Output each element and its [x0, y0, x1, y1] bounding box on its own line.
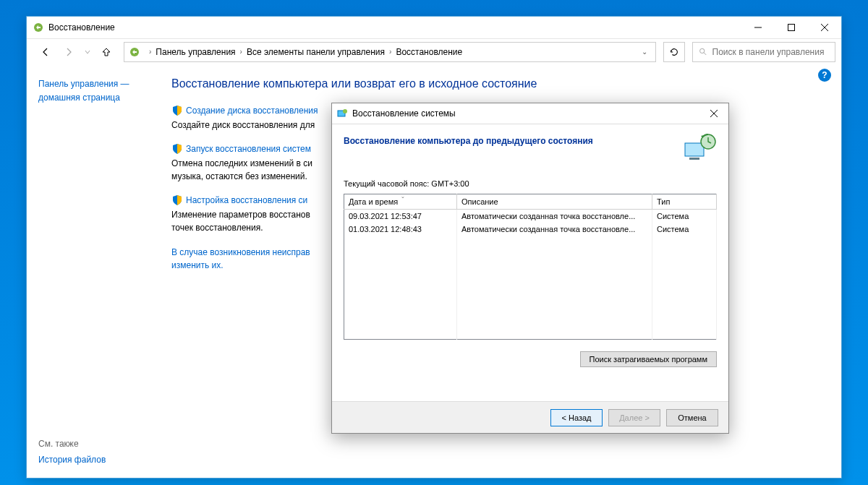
create-recovery-drive-link[interactable]: Создание диска восстановления — [186, 106, 318, 116]
next-button[interactable]: Далее > — [608, 409, 660, 426]
column-datetime[interactable]: Дата и время⌄ — [344, 194, 457, 210]
chevron-down-icon[interactable]: ⌄ — [638, 48, 651, 56]
dialog-title: Восстановление системы — [352, 108, 704, 119]
scan-affected-button[interactable]: Поиск затрагиваемых программ — [580, 351, 717, 367]
svg-rect-13 — [689, 158, 699, 160]
back-button[interactable]: < Назад — [550, 409, 603, 426]
restore-art-icon — [682, 133, 717, 162]
system-restore-link[interactable]: Запуск восстановления систем — [186, 144, 311, 154]
navbar: › Панель управления › Все элементы панел… — [27, 38, 841, 64]
recovery-icon — [129, 46, 140, 58]
dialog-titlebar: Восстановление системы — [332, 103, 728, 124]
window-title: Восстановление — [48, 22, 741, 33]
chevron-right-icon: › — [240, 48, 242, 56]
table-row[interactable]: 09.03.2021 12:53:47 Автоматически создан… — [344, 210, 717, 223]
timezone-label: Текущий часовой пояс: GMT+3:00 — [344, 179, 717, 188]
dialog-footer: < Назад Далее > Отмена — [332, 401, 728, 433]
recent-dropdown[interactable] — [82, 42, 93, 62]
svg-rect-2 — [788, 25, 795, 31]
maximize-button[interactable] — [775, 17, 808, 38]
dialog-subtitle: Восстановление компьютера до предыдущего… — [344, 133, 682, 146]
file-history-link[interactable]: История файлов — [38, 455, 106, 465]
search-input[interactable] — [712, 47, 829, 57]
search-box[interactable] — [692, 42, 835, 62]
breadcrumb: › Панель управления › Все элементы панел… — [145, 47, 638, 57]
shield-icon — [171, 105, 183, 116]
see-also-label: См. также — [38, 439, 106, 449]
configure-restore-link[interactable]: Настройка восстановления си — [186, 195, 307, 205]
dialog-close-button[interactable] — [704, 106, 724, 121]
cancel-button[interactable]: Отмена — [666, 409, 718, 426]
dialog-body: Восстановление компьютера до предыдущего… — [332, 124, 728, 401]
breadcrumb-item[interactable]: Восстановление — [396, 47, 462, 57]
forward-button[interactable] — [59, 42, 79, 62]
recovery-icon — [33, 22, 44, 33]
back-button[interactable] — [35, 42, 56, 62]
column-description[interactable]: Описание — [457, 194, 652, 210]
column-type[interactable]: Тип — [652, 194, 717, 210]
address-bar[interactable]: › Панель управления › Все элементы панел… — [124, 42, 656, 62]
table-row[interactable]: 01.03.2021 12:48:43 Автоматически создан… — [344, 223, 717, 236]
svg-point-6 — [700, 48, 705, 53]
chevron-right-icon: › — [389, 48, 391, 56]
window-controls — [741, 17, 841, 38]
restore-icon — [336, 108, 348, 119]
chevron-right-icon: › — [149, 48, 151, 56]
search-icon — [699, 47, 708, 57]
breadcrumb-item[interactable]: Панель управления — [156, 47, 235, 57]
titlebar: Восстановление — [27, 17, 841, 38]
minimize-button[interactable] — [741, 17, 775, 38]
svg-rect-12 — [685, 143, 704, 156]
refresh-button[interactable] — [663, 42, 685, 62]
svg-point-9 — [343, 109, 347, 113]
svg-line-7 — [704, 52, 706, 54]
system-restore-dialog: Восстановление системы Восстановление ко… — [331, 103, 729, 434]
breadcrumb-item[interactable]: Все элементы панели управления — [247, 47, 385, 57]
page-title: Восстановление компьютера или возврат ег… — [171, 77, 812, 90]
restore-points-table: Дата и время⌄ Описание Тип 09.03.2021 12… — [344, 194, 717, 340]
close-button[interactable] — [808, 17, 841, 38]
up-button[interactable] — [96, 42, 116, 62]
shield-icon — [171, 143, 183, 155]
sidebar-home-link[interactable]: Панель управления — домашняя страница — [38, 77, 160, 105]
shield-icon — [171, 194, 183, 206]
sort-indicator-icon: ⌄ — [401, 194, 405, 199]
sidebar: Панель управления — домашняя страница См… — [27, 64, 171, 478]
